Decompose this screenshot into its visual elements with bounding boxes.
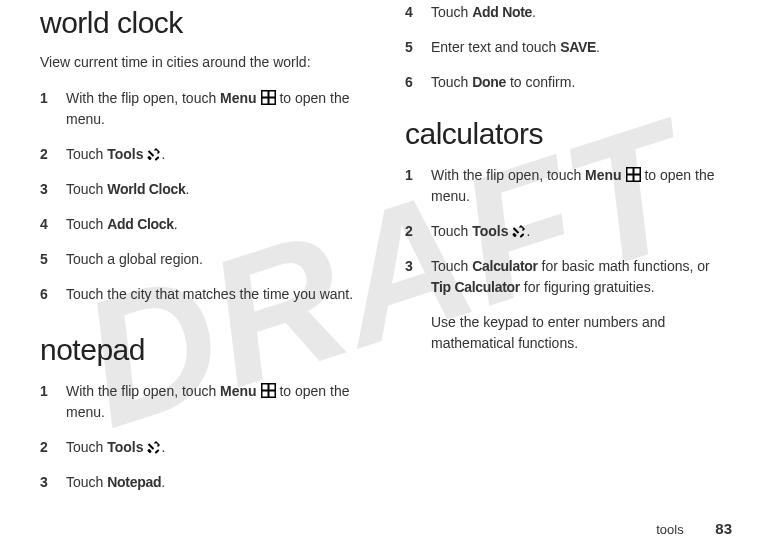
svg-rect-20: [634, 176, 639, 181]
step-number: 4: [405, 2, 431, 23]
step-number: 1: [40, 381, 66, 423]
menu-icon: [626, 167, 641, 182]
svg-rect-2: [269, 92, 274, 97]
step-text: Touch Tools .: [66, 144, 365, 165]
step-number: 2: [405, 221, 431, 242]
svg-rect-13: [147, 449, 152, 454]
step-text: Touch Add Note.: [431, 2, 730, 23]
step-text: With the flip open, touch Menu to open t…: [431, 165, 730, 207]
step-number: 1: [405, 165, 431, 207]
step-number: 3: [40, 472, 66, 493]
svg-rect-6: [148, 150, 154, 156]
svg-rect-3: [262, 99, 267, 104]
step: 4Touch Add Clock.: [40, 214, 365, 235]
left-column: world clock View current time in cities …: [20, 0, 385, 547]
step-number: 2: [40, 144, 66, 165]
svg-rect-18: [634, 169, 639, 174]
steps-notepad-cont: 4Touch Add Note.5Enter text and touch SA…: [405, 2, 730, 93]
step-number: 5: [405, 37, 431, 58]
steps-calculators: 1With the flip open, touch Menu to open …: [405, 165, 730, 298]
svg-rect-11: [262, 392, 267, 397]
step: 6Touch Done to confirm.: [405, 72, 730, 93]
svg-rect-23: [520, 233, 525, 238]
step-number: 6: [405, 72, 431, 93]
heading-calculators: calculators: [405, 117, 730, 151]
svg-rect-4: [269, 99, 274, 104]
steps-notepad: 1With the flip open, touch Menu to open …: [40, 381, 365, 493]
step: 4Touch Add Note.: [405, 2, 730, 23]
svg-rect-12: [269, 392, 274, 397]
svg-rect-14: [148, 443, 154, 449]
svg-rect-7: [155, 156, 160, 161]
calculators-extra: Use the keypad to enter numbers and math…: [431, 312, 730, 354]
menu-icon: [261, 90, 276, 105]
intro-world-clock: View current time in cities around the w…: [40, 54, 365, 70]
svg-rect-21: [512, 233, 517, 238]
step-text: Touch Add Clock.: [66, 214, 365, 235]
tools-icon: [147, 147, 161, 161]
step-number: 6: [40, 284, 66, 305]
heading-notepad: notepad: [40, 333, 365, 367]
svg-rect-15: [155, 449, 160, 454]
svg-rect-9: [262, 385, 267, 390]
step: 6Touch the city that matches the time yo…: [40, 284, 365, 305]
svg-rect-5: [147, 156, 152, 161]
step: 3Touch Notepad.: [40, 472, 365, 493]
step-number: 5: [40, 249, 66, 270]
step-text: Enter text and touch SAVE.: [431, 37, 730, 58]
step: 1With the flip open, touch Menu to open …: [40, 381, 365, 423]
steps-world-clock: 1With the flip open, touch Menu to open …: [40, 88, 365, 305]
step: 1With the flip open, touch Menu to open …: [405, 165, 730, 207]
step-number: 4: [40, 214, 66, 235]
step-number: 1: [40, 88, 66, 130]
svg-rect-10: [269, 385, 274, 390]
step: 3Touch World Clock.: [40, 179, 365, 200]
step: 2Touch Tools .: [40, 144, 365, 165]
step-text: Touch a global region.: [66, 249, 365, 270]
step-number: 3: [405, 256, 431, 298]
step-text: Touch World Clock.: [66, 179, 365, 200]
step-number: 3: [40, 179, 66, 200]
step-text: With the flip open, touch Menu to open t…: [66, 88, 365, 130]
step-text: Touch the city that matches the time you…: [66, 284, 365, 305]
menu-icon: [261, 383, 276, 398]
heading-world-clock: world clock: [40, 6, 365, 40]
step: 2Touch Tools .: [40, 437, 365, 458]
svg-rect-19: [627, 176, 632, 181]
step-text: Touch Calculator for basic math function…: [431, 256, 730, 298]
step-number: 2: [40, 437, 66, 458]
step-text: Touch Notepad.: [66, 472, 365, 493]
step: 2Touch Tools .: [405, 221, 730, 242]
tools-icon: [147, 440, 161, 454]
step: 1With the flip open, touch Menu to open …: [40, 88, 365, 130]
svg-rect-17: [627, 169, 632, 174]
step-text: Touch Tools .: [66, 437, 365, 458]
step-text: Touch Done to confirm.: [431, 72, 730, 93]
svg-rect-1: [262, 92, 267, 97]
step: 3Touch Calculator for basic math functio…: [405, 256, 730, 298]
right-column: 4Touch Add Note.5Enter text and touch SA…: [385, 0, 750, 547]
step-text: With the flip open, touch Menu to open t…: [66, 381, 365, 423]
step: 5Touch a global region.: [40, 249, 365, 270]
page-content: world clock View current time in cities …: [0, 0, 770, 547]
step-text: Touch Tools .: [431, 221, 730, 242]
svg-rect-22: [513, 227, 519, 233]
tools-icon: [512, 224, 526, 238]
step: 5Enter text and touch SAVE.: [405, 37, 730, 58]
